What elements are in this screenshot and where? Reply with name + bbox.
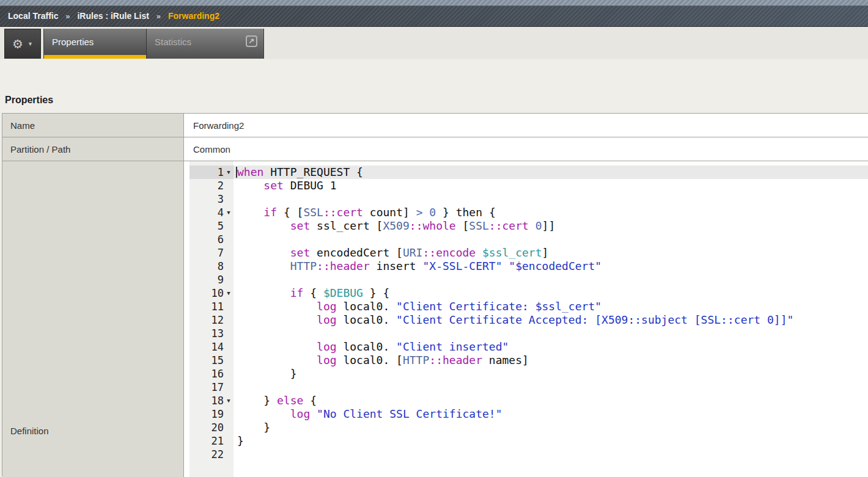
code-line[interactable]: } <box>234 367 868 381</box>
line-number: 22 <box>211 448 224 461</box>
line-number: 20 <box>211 421 224 434</box>
line-number: 4 <box>218 206 224 219</box>
fold-arrow-placeholder <box>224 300 234 313</box>
breadcrumb-current-page: Forwarding2 <box>168 11 219 21</box>
fold-arrow-placeholder <box>224 407 234 421</box>
line-number: 19 <box>211 407 224 421</box>
tab-statistics-label: Statistics <box>155 37 191 47</box>
code-line[interactable]: } else { <box>234 394 868 407</box>
active-tab-indicator <box>44 55 146 59</box>
line-number: 9 <box>218 273 224 286</box>
fold-arrow-placeholder <box>224 327 234 340</box>
fold-arrow-icon[interactable]: ▼ <box>224 394 234 407</box>
code-line[interactable]: set DEBUG 1 <box>234 179 868 192</box>
code-line[interactable]: HTTP::header insert "X-SSL-CERT" "$encod… <box>234 260 868 273</box>
line-number: 11 <box>211 300 224 313</box>
editor-code-area[interactable]: when HTTP_REQUEST { set DEBUG 1 if { [SS… <box>234 161 868 477</box>
code-line[interactable]: set encodedCert [URI::encode $ssl_cert] <box>234 246 868 260</box>
external-link-icon: ↗ <box>246 35 257 47</box>
partition-path-label: Partition / Path <box>2 137 184 161</box>
fold-arrow-placeholder <box>224 448 234 461</box>
fold-arrow-placeholder <box>224 219 234 233</box>
tab-statistics[interactable]: Statistics ↗ <box>147 29 264 59</box>
code-line[interactable] <box>234 327 868 340</box>
table-row-name: Name Forwarding2 <box>2 114 868 137</box>
table-row-partition: Partition / Path Common <box>2 137 868 161</box>
fold-arrow-placeholder <box>224 233 234 246</box>
fold-arrow-icon[interactable]: ▼ <box>224 206 234 219</box>
code-line[interactable]: log local0. "Client inserted" <box>234 340 868 354</box>
fold-arrow-icon[interactable]: ▼ <box>224 286 234 300</box>
code-line[interactable]: log local0. "Client Certificate Accepted… <box>234 313 868 327</box>
definition-label: Definition <box>10 426 49 436</box>
line-number: 7 <box>218 246 224 260</box>
tab-properties[interactable]: Properties <box>43 29 147 59</box>
fold-arrow-placeholder <box>224 246 234 260</box>
fold-arrow-icon[interactable]: ▼ <box>224 166 234 179</box>
fold-arrow-placeholder <box>224 434 234 448</box>
line-number: 18 <box>211 394 224 407</box>
code-line[interactable]: log "No Client SSL Certificate!" <box>234 407 868 421</box>
line-number: 10 <box>211 286 224 300</box>
code-line[interactable]: if { [SSL::cert count] > 0 } then { <box>234 206 868 219</box>
fold-arrow-placeholder <box>224 381 234 394</box>
line-number: 5 <box>218 219 224 233</box>
line-number: 15 <box>211 354 224 367</box>
tab-bar: ⚙ ▼ Properties Statistics ↗ <box>0 27 868 59</box>
window-top-texture <box>0 0 868 5</box>
line-number: 16 <box>211 367 224 381</box>
fold-arrow-placeholder <box>224 421 234 434</box>
name-label: Name <box>2 114 184 137</box>
bigip-irule-properties-screen: Local Traffic » iRules : iRule List » Fo… <box>0 0 868 477</box>
code-line[interactable] <box>234 381 868 394</box>
line-number: 6 <box>218 233 224 246</box>
code-line[interactable]: } <box>234 434 868 448</box>
fold-arrow-placeholder <box>224 354 234 367</box>
partition-path-value: Common <box>184 137 868 161</box>
code-line[interactable] <box>234 273 868 286</box>
breadcrumb: Local Traffic » iRules : iRule List » Fo… <box>0 5 868 27</box>
fold-arrow-placeholder <box>224 192 234 206</box>
line-number: 14 <box>211 340 224 354</box>
fold-arrow-placeholder <box>224 313 234 327</box>
code-line[interactable]: log local0. [HTTP::header names] <box>234 354 868 367</box>
breadcrumb-separator-icon: » <box>156 12 161 21</box>
breadcrumb-separator-icon: » <box>65 12 70 21</box>
code-line[interactable]: log local0. "Client Certificate: $ssl_ce… <box>234 300 868 313</box>
line-number: 21 <box>211 434 224 448</box>
code-line[interactable]: when HTTP_REQUEST { <box>234 166 868 179</box>
code-line[interactable]: if { $DEBUG } { <box>234 286 868 300</box>
code-line[interactable] <box>234 448 868 461</box>
line-number: 13 <box>211 327 224 340</box>
fold-arrow-placeholder <box>224 179 234 192</box>
breadcrumb-irule-list[interactable]: iRules : iRule List <box>77 11 149 21</box>
chevron-down-icon: ▼ <box>28 41 33 47</box>
table-row-definition: Definition 1▼234▼5678910▼111213141516171… <box>2 161 868 477</box>
tab-properties-label: Properties <box>52 37 94 47</box>
properties-table: Name Forwarding2 Partition / Path Common… <box>2 113 868 476</box>
gear-icon: ⚙ <box>12 38 23 50</box>
code-line[interactable]: } <box>234 421 868 434</box>
code-line[interactable] <box>234 192 868 206</box>
definition-editor-cell: 1▼234▼5678910▼1112131415161718▼19202122 … <box>184 161 868 477</box>
code-line[interactable] <box>234 233 868 246</box>
line-number: 3 <box>218 192 224 206</box>
settings-menu-button[interactable]: ⚙ ▼ <box>4 29 41 59</box>
line-number: 17 <box>211 381 224 394</box>
definition-label-cell: Definition <box>2 161 184 477</box>
line-number: 8 <box>218 260 224 273</box>
code-line[interactable]: set ssl_cert [X509::whole [SSL::cert 0]] <box>234 219 868 233</box>
line-number: 1 <box>218 166 224 179</box>
fold-arrow-placeholder <box>224 340 234 354</box>
text-caret <box>236 167 237 178</box>
line-number: 2 <box>218 179 224 192</box>
fold-arrow-placeholder <box>224 273 234 286</box>
editor-gutter[interactable]: 1▼234▼5678910▼1112131415161718▼19202122 <box>189 161 234 477</box>
fold-arrow-placeholder <box>224 367 234 381</box>
fold-arrow-placeholder <box>224 260 234 273</box>
breadcrumb-local-traffic[interactable]: Local Traffic <box>8 11 58 21</box>
line-number: 12 <box>211 313 224 327</box>
page-title: Properties <box>5 95 53 106</box>
name-value: Forwarding2 <box>184 114 868 137</box>
